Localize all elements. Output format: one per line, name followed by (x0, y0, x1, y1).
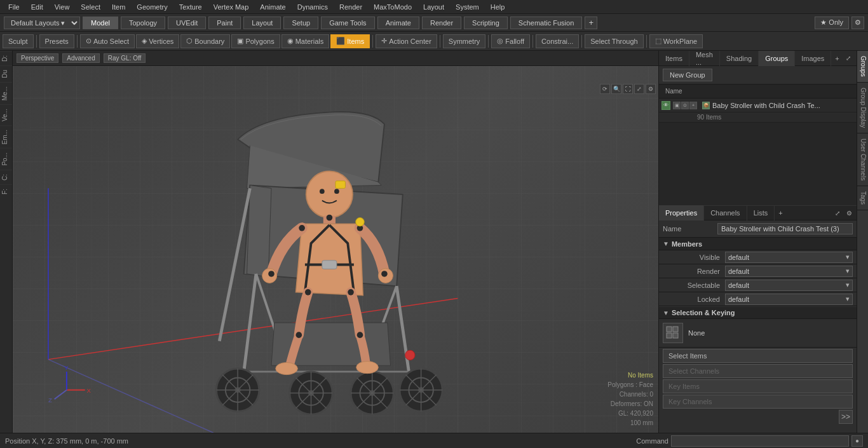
action-center-btn[interactable]: ✛ Action Center (376, 34, 437, 48)
vp-raygl-tag[interactable]: Ray GL: Off (104, 53, 146, 63)
render-select[interactable]: default ▾ (725, 266, 853, 277)
menu-maxtomodo[interactable]: MaxToModo (369, 2, 416, 12)
tab-setup[interactable]: Setup (283, 17, 318, 29)
tab-model[interactable]: Model (83, 17, 118, 29)
menu-geometry[interactable]: Geometry (132, 2, 172, 12)
prop-settings-btn[interactable]: ⚙ (844, 208, 854, 218)
expand-arrow-button[interactable]: >> (839, 410, 853, 424)
sidebar-item-ve[interactable]: Ve... (0, 104, 12, 125)
sculpt-btn[interactable]: Sculpt (3, 34, 34, 48)
tab-layout[interactable]: Layout (243, 17, 281, 29)
menu-select[interactable]: Select (76, 2, 105, 12)
layout-settings-btn[interactable]: ⚙ (851, 17, 864, 29)
tab-animate[interactable]: Animate (377, 17, 419, 29)
layout-plus-btn[interactable]: + (585, 17, 597, 29)
group-name-label: Baby Stroller with Child Crash Te... (712, 102, 854, 109)
tab-uvedit[interactable]: UVEdit (168, 17, 206, 29)
sel-keying-header[interactable]: ▼ Selection & Keying (659, 306, 857, 319)
rvtab-user-channels[interactable]: User Channels (857, 133, 868, 186)
select-items-button[interactable]: Select Items (663, 349, 853, 363)
layout-dropdown[interactable]: Default Layouts ▾ (4, 17, 80, 29)
vp-perspective-tag[interactable]: Perspective (17, 53, 58, 63)
sidebar-item-d[interactable]: D: (0, 51, 12, 65)
materials-btn[interactable]: ◉ Materials (281, 34, 330, 48)
group-icon3[interactable]: + (689, 102, 697, 109)
sidebar-item-f[interactable]: F: (0, 184, 12, 198)
tab-gametools[interactable]: Game Tools (321, 17, 375, 29)
star-only-btn[interactable]: ★ Only (815, 17, 849, 29)
selectable-select[interactable]: default ▾ (725, 280, 853, 291)
keying-row: None (659, 319, 857, 348)
stroller-scene: X Y Z (13, 66, 658, 433)
tab-mesh[interactable]: Mesh ... (689, 51, 720, 66)
menu-help[interactable]: Help (486, 2, 510, 12)
tab-topology[interactable]: Topology (121, 17, 165, 29)
tab-paint[interactable]: Paint (208, 17, 241, 29)
menu-item[interactable]: Item (107, 2, 130, 12)
sidebar-item-me[interactable]: Me... (0, 82, 12, 104)
tab-properties[interactable]: Properties (659, 205, 704, 221)
tab-lists[interactable]: Lists (747, 205, 775, 221)
rvtab-group-display[interactable]: Group Display (857, 83, 868, 133)
rvtab-tags[interactable]: Tags (857, 186, 868, 210)
command-execute-button[interactable]: ● (851, 435, 863, 447)
rt-maximize-btn[interactable]: ⤢ (843, 53, 853, 64)
separator (532, 35, 533, 48)
menu-animate[interactable]: Animate (255, 2, 290, 12)
new-group-button[interactable]: New Group (663, 69, 712, 81)
autoselect-btn[interactable]: ⊙ Auto Select (80, 34, 135, 48)
menu-edit[interactable]: Edit (27, 2, 48, 12)
boundary-btn[interactable]: ⬡ Boundary (180, 34, 230, 48)
visible-value: default (728, 254, 749, 261)
sidebar-item-em[interactable]: Em... (0, 125, 12, 148)
sidebar-item-du[interactable]: Du (0, 65, 12, 82)
menu-render[interactable]: Render (335, 2, 367, 12)
menu-file[interactable]: File (4, 2, 24, 12)
command-input[interactable] (671, 435, 849, 447)
menu-layout[interactable]: Layout (419, 2, 449, 12)
name-input[interactable] (717, 223, 853, 234)
tab-groups[interactable]: Groups (759, 51, 795, 66)
polygons-btn[interactable]: ▣ Polygons (231, 34, 280, 48)
menu-texture[interactable]: Texture (175, 2, 207, 12)
constraint-btn[interactable]: Constrai... (536, 34, 579, 48)
menu-vertexmap[interactable]: Vertex Map (209, 2, 254, 12)
prop-tab-plus[interactable]: + (775, 209, 786, 217)
workplane-btn[interactable]: ⬚ WorkPlane (649, 34, 703, 48)
tab-scripting[interactable]: Scripting (464, 17, 508, 29)
menu-dynamics[interactable]: Dynamics (293, 2, 332, 12)
rt-tab-plus[interactable]: + (831, 51, 843, 66)
vertices-btn[interactable]: ◈ Vertices (136, 34, 179, 48)
visible-select[interactable]: default ▾ (725, 252, 853, 263)
menu-system[interactable]: System (451, 2, 484, 12)
members-header[interactable]: ▼ Members (659, 238, 857, 250)
sidebar-item-c[interactable]: C: (0, 170, 12, 184)
toolbar: Sculpt Presets ⊙ Auto Select ◈ Vertices … (0, 32, 868, 51)
menu-view[interactable]: View (50, 2, 74, 12)
rvtab-groups[interactable]: Groups (857, 51, 868, 83)
presets-btn[interactable]: Presets (39, 34, 74, 48)
tab-images[interactable]: Images (795, 51, 831, 66)
group-icon1[interactable]: ▣ (673, 102, 681, 109)
prop-maximize-btn[interactable]: ⤢ (832, 208, 843, 218)
key-items-button[interactable]: Key Items (663, 379, 853, 393)
tab-render[interactable]: Render (422, 17, 461, 29)
tab-channels[interactable]: Channels (704, 205, 747, 221)
symmetry-btn[interactable]: Symmetry (443, 34, 486, 48)
tab-schematicfusion[interactable]: Schematic Fusion (510, 17, 582, 29)
tab-shading[interactable]: Shading (720, 51, 759, 66)
key-channels-button[interactable]: Key Channels (663, 395, 853, 409)
tab-items[interactable]: Items (659, 51, 689, 66)
viewport-header: Perspective Advanced Ray GL: Off (13, 51, 658, 66)
vp-advanced-tag[interactable]: Advanced (62, 53, 99, 63)
locked-select[interactable]: default ▾ (725, 294, 853, 305)
group-eye-icon-header[interactable]: 👁 (661, 101, 670, 110)
sidebar-item-po[interactable]: Po... (0, 148, 12, 170)
items-btn[interactable]: ⬛ Items (330, 34, 370, 48)
select-channels-button[interactable]: Select Channels (663, 364, 853, 378)
falloff-btn[interactable]: ◎ Falloff (491, 34, 530, 48)
svg-point-50 (356, 361, 379, 373)
group-icon2[interactable]: ⊙ (681, 102, 689, 109)
select-through-btn[interactable]: Select Through (585, 34, 643, 48)
viewport-canvas[interactable]: ⟳ 🔍 ⛶ ⤢ ⚙ (13, 66, 658, 433)
